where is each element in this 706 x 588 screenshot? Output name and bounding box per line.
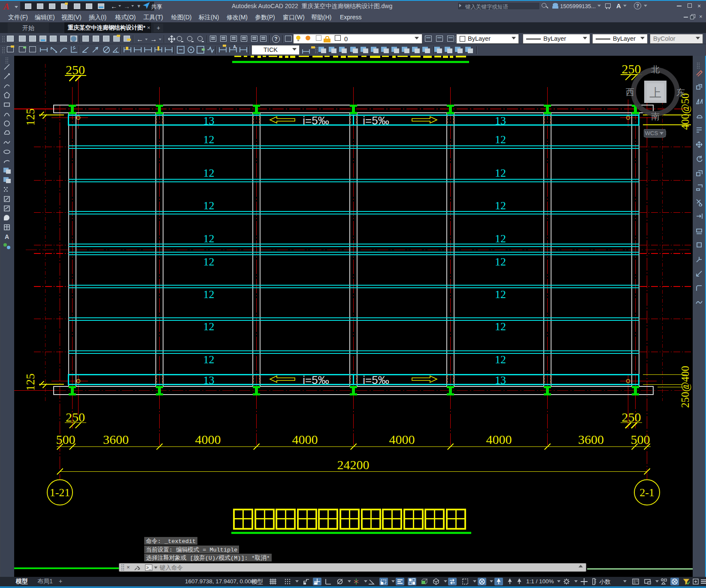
svg-text:西: 西 bbox=[626, 87, 634, 97]
svg-text:13: 13 bbox=[203, 374, 215, 386]
svg-text:4000: 4000 bbox=[195, 432, 221, 446]
svg-text:i=5‰: i=5‰ bbox=[303, 374, 329, 386]
svg-text:24200: 24200 bbox=[337, 458, 370, 472]
svg-text:125: 125 bbox=[24, 374, 37, 391]
svg-text:500: 500 bbox=[631, 432, 650, 446]
svg-text:12: 12 bbox=[495, 353, 506, 366]
svg-text:i=5‰: i=5‰ bbox=[363, 374, 389, 386]
svg-text:13: 13 bbox=[203, 115, 215, 127]
svg-text:北: 北 bbox=[651, 65, 660, 74]
svg-text:12: 12 bbox=[495, 320, 506, 333]
svg-text:12: 12 bbox=[495, 232, 506, 245]
svg-text:13: 13 bbox=[495, 374, 506, 386]
svg-text:12: 12 bbox=[495, 256, 506, 268]
svg-text:250@400: 250@400 bbox=[679, 366, 691, 408]
svg-text:250: 250 bbox=[622, 410, 641, 424]
svg-text:12: 12 bbox=[203, 199, 215, 212]
svg-text:500: 500 bbox=[56, 432, 76, 446]
svg-text:3600: 3600 bbox=[103, 432, 129, 446]
svg-text:12: 12 bbox=[203, 320, 215, 333]
svg-text:1-21: 1-21 bbox=[50, 486, 70, 499]
svg-text:4000: 4000 bbox=[389, 432, 415, 446]
svg-text:12: 12 bbox=[203, 353, 215, 366]
svg-text:东: 东 bbox=[676, 87, 685, 97]
svg-text:12: 12 bbox=[495, 133, 506, 146]
svg-text:4000: 4000 bbox=[486, 432, 512, 446]
svg-text:12: 12 bbox=[203, 167, 215, 179]
svg-text:4000: 4000 bbox=[292, 432, 318, 446]
svg-text:12: 12 bbox=[203, 256, 215, 268]
svg-text:13: 13 bbox=[495, 115, 506, 127]
svg-text:12: 12 bbox=[495, 288, 506, 301]
svg-text:12: 12 bbox=[203, 133, 215, 146]
svg-text:i=5‰: i=5‰ bbox=[363, 114, 389, 127]
svg-text:上: 上 bbox=[649, 86, 661, 100]
svg-text:2-1: 2-1 bbox=[639, 486, 654, 499]
svg-text:12: 12 bbox=[495, 167, 506, 179]
svg-text:12: 12 bbox=[203, 288, 215, 301]
svg-text:250: 250 bbox=[66, 63, 85, 77]
svg-text:125: 125 bbox=[24, 109, 37, 126]
svg-text:250: 250 bbox=[66, 410, 85, 424]
svg-text:12: 12 bbox=[495, 199, 506, 212]
svg-text:南: 南 bbox=[651, 112, 660, 121]
svg-text:250: 250 bbox=[622, 62, 641, 76]
svg-text:12: 12 bbox=[203, 232, 215, 245]
svg-text:400@50: 400@50 bbox=[679, 93, 691, 130]
svg-text:3600: 3600 bbox=[578, 432, 604, 446]
svg-text:i=5‰: i=5‰ bbox=[303, 114, 329, 127]
svg-text:WCS: WCS bbox=[645, 130, 658, 136]
